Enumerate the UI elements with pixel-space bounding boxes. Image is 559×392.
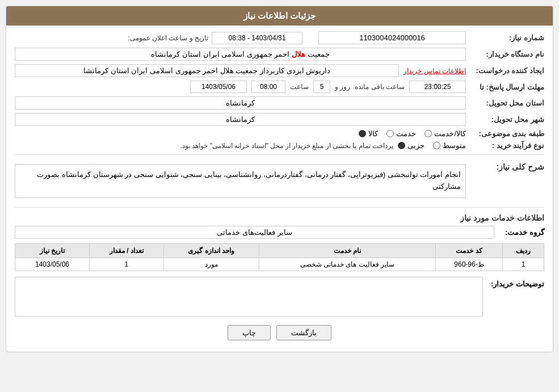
roz-value: 5: [313, 81, 330, 93]
ijadKonande-label: ایجاد کننده درخواست:: [470, 66, 544, 75]
col-kod: کد خدمت: [436, 243, 503, 258]
radio-khedmat[interactable]: خدمت: [386, 129, 416, 138]
farayand-label: نوع فرآیند خرید :: [470, 141, 544, 150]
cell-radif: 1: [502, 258, 544, 271]
cell-vahed: مورد: [163, 258, 259, 271]
etelaatTamas-link[interactable]: اطلاعات تماس خریدار: [404, 67, 466, 75]
namDastgah-value: جمعیت هلال احمر جمهوری اسلامی ایران استا…: [15, 48, 466, 61]
col-nam: نام خدمت: [259, 243, 436, 258]
bold-word: هلال: [292, 50, 305, 58]
ostan-value: کرمانشاه: [15, 96, 466, 109]
shomareNiaz-value: 1103004024000016: [318, 31, 466, 44]
divider-1: [15, 154, 544, 155]
group-value: سایر فعالیت‌های خدماتی: [15, 226, 494, 239]
cell-kod: ط-96-960: [436, 258, 503, 271]
sharh-label: شرح کلی نیاز:: [470, 159, 544, 171]
radio-motevasset-label: متوسط: [443, 141, 466, 150]
cell-tarikh: 1403/05/06: [15, 258, 90, 271]
col-tedad: تعداد / مقدار: [89, 243, 163, 258]
farayand-radiogroup: متوسط جزیی: [398, 141, 466, 150]
table-row: 1ط-96-960سایر فعالیت های خدماتی شخصیمورد…: [15, 258, 544, 271]
radio-kalaKhedmat-label: کالا/خدمت: [434, 129, 466, 138]
baghimandeh-value: 23:00:25: [409, 81, 466, 93]
radio-kala-circle[interactable]: [359, 130, 366, 137]
col-vahed: واحد اندازه گیری: [163, 243, 259, 258]
back-button[interactable]: بازگشت: [276, 325, 331, 340]
roz-label: روز و: [335, 83, 350, 91]
services-title: اطلاعات خدمات مورد نیاز: [15, 213, 544, 222]
services-table: ردیف کد خدمت نام خدمت واحد اندازه گیری ت…: [15, 243, 544, 271]
kharid-note: پرداخت تمام یا بخشی از مبلغ خریدار از مح…: [15, 142, 393, 150]
radio-kalaKhedmat-circle[interactable]: [424, 130, 432, 137]
mohlatErsalPasokh-label: مهلت ارسال پاسخ: تا: [470, 83, 544, 91]
shahr-label: شهر محل تحویل:: [470, 115, 544, 124]
radio-motevasset-circle[interactable]: [433, 142, 440, 149]
saat-value: 08:00: [251, 81, 285, 93]
radio-kala[interactable]: کالا: [359, 129, 378, 138]
ijadKonande-value: داریوش ایزدی کاربرداز جمعیت هلال احمر جم…: [15, 64, 399, 77]
announcement-date: 1403/04/31 - 08:38: [212, 32, 302, 44]
description-textarea[interactable]: [15, 277, 483, 317]
radio-motevasset[interactable]: متوسط: [433, 141, 466, 150]
page-header: جزئیات اطلاعات نیاز: [6, 6, 553, 26]
radio-jazyi-circle[interactable]: [398, 142, 405, 149]
radio-khedmat-circle[interactable]: [386, 130, 394, 137]
group-label: گروه خدمت:: [499, 228, 544, 237]
saat-label: ساعت: [290, 83, 309, 91]
tarikh-label: تاریخ و ساعت اعلان عمومی:: [128, 34, 208, 42]
divider-2: [15, 207, 544, 208]
tabaqebandi-label: طبقه بندی موضوعی:: [470, 129, 544, 138]
buttons-row: بازگشت چاپ: [15, 325, 544, 340]
col-tarikh: تاریخ نیاز: [15, 243, 90, 258]
radio-kala-label: کالا: [368, 129, 378, 138]
radio-jazyi[interactable]: جزیی: [398, 141, 424, 150]
sharh-value: انجام امورات توانبخشی (فیزیوتراپی، گفتار…: [15, 164, 466, 198]
description-label: توضیحات خریدار:: [487, 277, 544, 288]
cell-nam: سایر فعالیت های خدماتی شخصی: [259, 258, 436, 271]
col-radif: ردیف: [502, 243, 544, 258]
shomareNiaz-label: شماره نیاز:: [470, 33, 544, 42]
date-value: 1403/05/06: [190, 81, 247, 93]
cell-tedad: 1: [89, 258, 163, 271]
radio-kalaKhedmat[interactable]: کالا/خدمت: [424, 129, 466, 138]
page-title: جزئیات اطلاعات نیاز: [243, 11, 316, 20]
baghimandeh-label: ساعت باقی مانده: [355, 83, 405, 91]
namDastgah-label: نام دستگاه خریدار:: [470, 50, 544, 58]
ostan-label: استان محل تحویل:: [470, 99, 544, 107]
radio-jazyi-label: جزیی: [407, 141, 424, 150]
shahr-value: کرمانشاه: [15, 113, 466, 126]
print-button[interactable]: چاپ: [228, 325, 271, 340]
tabaqebandi-radiogroup: کالا/خدمت خدمت کالا: [359, 129, 466, 138]
radio-khedmat-label: خدمت: [396, 129, 416, 138]
